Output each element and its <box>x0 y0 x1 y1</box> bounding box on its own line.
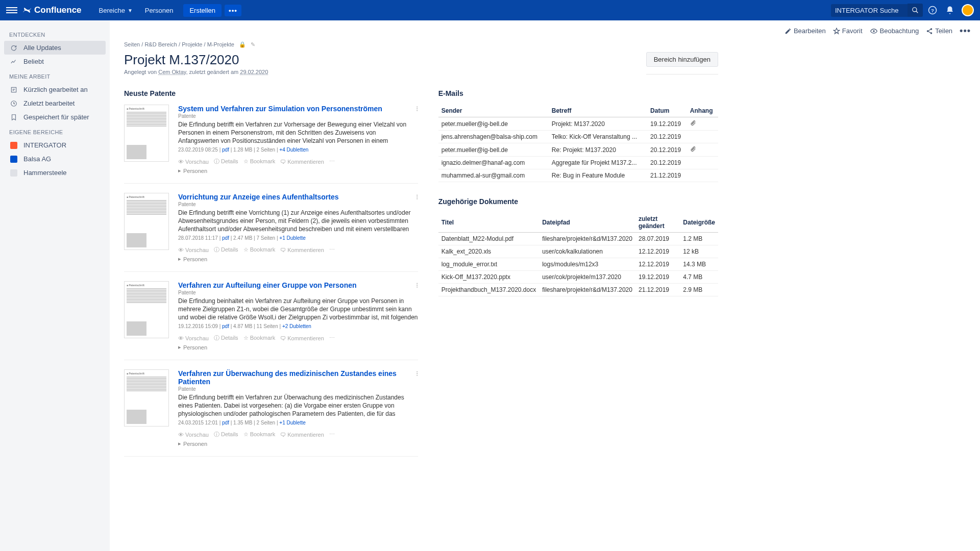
format-link[interactable]: pdf <box>222 323 229 329</box>
duplicates-link[interactable]: +2 Dubletten <box>282 323 311 329</box>
modified-date-link[interactable]: 29.02.2020 <box>240 69 268 75</box>
doc-row[interactable]: Projekthandbuch_M137.2020.docxfileshare/… <box>438 284 718 296</box>
comment-action[interactable]: 🗨 Kommentieren <box>280 159 324 165</box>
email-row[interactable]: peter.mueller@ig-bell.deRe: Projekt: M13… <box>438 143 718 157</box>
sidebar-item[interactable]: Kürzlich gearbeitet an <box>4 83 106 96</box>
doc-row[interactable]: Kalk_ext_2020.xlsuser/cok/kalkulationen1… <box>438 245 718 258</box>
search-button[interactable] <box>908 4 923 17</box>
comment-action[interactable]: 🗨 Kommentieren <box>280 432 324 438</box>
bookmark-action[interactable]: ☆ Bookmark <box>243 335 276 341</box>
breadcrumb-item[interactable]: Seiten <box>124 41 140 47</box>
format-link[interactable]: pdf <box>222 235 229 241</box>
document-thumbnail[interactable]: ■ Patentschrift <box>124 281 169 338</box>
bookmark-action[interactable]: ☆ Bookmark <box>243 246 276 253</box>
chart-icon <box>9 58 18 65</box>
sidebar-space-item[interactable]: INTERGATOR <box>4 138 106 152</box>
preview-action[interactable]: 👁 Vorschau <box>178 432 209 438</box>
create-button[interactable]: Erstellen <box>183 4 222 17</box>
details-action[interactable]: ⓘ Details <box>214 334 238 342</box>
duplicates-link[interactable]: +1 Dublette <box>279 235 305 241</box>
row-menu-icon[interactable]: ⁝ <box>416 105 418 113</box>
sidebar-space-item[interactable]: Balsa AG <box>4 152 106 166</box>
create-more-button[interactable]: ••• <box>225 5 241 16</box>
doc-modified: 19.12.2019 <box>635 271 680 284</box>
patent-meta: 19.12.2016 15:09 | pdf | 4.87 MB | 11 Se… <box>178 323 418 329</box>
document-thumbnail[interactable]: ■ Patentschrift <box>124 105 169 162</box>
breadcrumb-item[interactable]: M-Projekte <box>207 41 234 47</box>
bookmark-action[interactable]: ☆ Bookmark <box>243 158 276 165</box>
email-sender: jens.ahrenshagen@balsa-ship.com <box>438 131 549 143</box>
sidebar-space-item[interactable]: Hammersteele <box>4 166 106 180</box>
details-action[interactable]: ⓘ Details <box>214 431 238 438</box>
doc-path: user/cok/kalkulationen <box>539 245 635 258</box>
row-menu-icon[interactable]: ⁝ <box>416 193 418 201</box>
format-link[interactable]: pdf <box>222 420 229 425</box>
nav-people[interactable]: Personen <box>139 0 180 20</box>
email-row[interactable]: muhammed.al-sur@gmail.comRe: Bug in Feat… <box>438 169 718 182</box>
add-space-button[interactable]: Bereich hinzufügen <box>646 52 718 67</box>
search-input[interactable] <box>831 4 908 17</box>
svg-line-10 <box>928 29 931 31</box>
email-row[interactable]: ignazio.delmer@hanaf-ag.comAggregate für… <box>438 157 718 169</box>
favorite-button[interactable]: Favorit <box>833 27 863 35</box>
preview-action[interactable]: 👁 Vorschau <box>178 335 209 341</box>
breadcrumb-item[interactable]: Projekte <box>182 41 202 47</box>
row-menu-icon[interactable]: ⁝ <box>416 281 418 289</box>
sidebar-item[interactable]: Gespeichert für später <box>4 110 106 124</box>
top-navbar: Confluence Bereiche▼ Personen Erstellen … <box>0 0 980 20</box>
preview-action[interactable]: 👁 Vorschau <box>178 247 209 253</box>
email-row[interactable]: jens.ahrenshagen@balsa-ship.comTelko: Ki… <box>438 131 718 143</box>
restrictions-icon[interactable]: 🔒 <box>239 41 246 47</box>
duplicates-link[interactable]: +4 Dubletten <box>279 147 308 153</box>
patent-description: Die Erfindung betrifft ein Verfahren zur… <box>178 120 418 145</box>
help-icon[interactable]: ? <box>925 3 940 18</box>
share-button[interactable]: Teilen <box>926 27 952 35</box>
persons-expand[interactable]: ▸ Personen <box>178 256 418 262</box>
patent-title[interactable]: Verfahren zur Aufteilung einer Gruppe vo… <box>178 281 418 289</box>
confluence-logo[interactable]: Confluence <box>22 5 82 15</box>
row-more-icon[interactable]: ⋯ <box>329 158 335 165</box>
edit-inline-icon[interactable]: ✎ <box>251 41 255 47</box>
persons-expand[interactable]: ▸ Personen <box>178 344 418 350</box>
email-sender: muhammed.al-sur@gmail.com <box>438 169 549 182</box>
watch-button[interactable]: Beobachtung <box>870 27 919 35</box>
doc-row[interactable]: Kick-Off_M137.2020.pptxuser/cok/projekte… <box>438 271 718 284</box>
doc-row[interactable]: log_module_error.txtlogs/modules/m12x312… <box>438 258 718 271</box>
patent-title[interactable]: Verfahren zur Überwachung des medizinisc… <box>178 369 418 386</box>
notifications-icon[interactable] <box>942 3 958 18</box>
document-thumbnail[interactable]: ■ Patentschrift <box>124 369 169 427</box>
edit-button[interactable]: Bearbeiten <box>785 27 826 35</box>
doc-title: Kalk_ext_2020.xls <box>438 245 539 258</box>
persons-expand[interactable]: ▸ Personen <box>178 440 418 447</box>
pencil-icon <box>785 28 792 35</box>
user-avatar[interactable] <box>962 4 974 16</box>
patent-type: Patente <box>178 386 418 392</box>
breadcrumb-item[interactable]: R&D Bereich <box>144 41 177 47</box>
preview-action[interactable]: 👁 Vorschau <box>178 159 209 165</box>
sidebar-item[interactable]: Zuletzt bearbeitet <box>4 96 106 110</box>
row-more-icon[interactable]: ⋯ <box>329 335 335 341</box>
details-action[interactable]: ⓘ Details <box>214 246 238 254</box>
bookmark-action[interactable]: ☆ Bookmark <box>243 431 276 438</box>
comment-action[interactable]: 🗨 Kommentieren <box>280 335 324 341</box>
patent-title[interactable]: System und Verfahren zur Simulation von … <box>178 105 418 113</box>
svg-line-11 <box>928 31 931 33</box>
format-link[interactable]: pdf <box>222 147 229 153</box>
document-thumbnail[interactable]: ■ Patentschrift <box>124 193 169 250</box>
app-switcher-icon[interactable] <box>6 5 17 16</box>
row-more-icon[interactable]: ⋯ <box>329 431 335 438</box>
row-menu-icon[interactable]: ⁝ <box>416 369 418 378</box>
email-row[interactable]: peter.mueller@ig-bell.deProjekt: M137.20… <box>438 117 718 131</box>
doc-row[interactable]: Datenblatt_M22-Modul.pdffileshare/projek… <box>438 233 718 245</box>
sidebar-item[interactable]: Beliebt <box>4 55 106 68</box>
comment-action[interactable]: 🗨 Kommentieren <box>280 247 324 253</box>
patent-title[interactable]: Vorrichtung zur Anzeige eines Aufenthalt… <box>178 193 418 201</box>
row-more-icon[interactable]: ⋯ <box>329 246 335 253</box>
author-link[interactable]: Cem Oktay <box>158 69 186 75</box>
details-action[interactable]: ⓘ Details <box>214 158 238 165</box>
nav-spaces[interactable]: Bereiche▼ <box>93 0 139 20</box>
duplicates-link[interactable]: +1 Dublette <box>279 420 305 425</box>
sidebar-item[interactable]: Alle Updates <box>4 41 106 55</box>
more-actions-icon[interactable]: ••• <box>960 26 971 36</box>
persons-expand[interactable]: ▸ Personen <box>178 167 418 174</box>
